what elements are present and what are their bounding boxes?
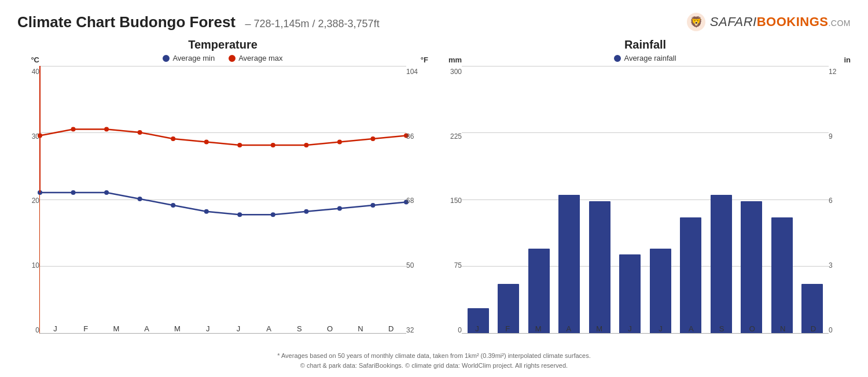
bar-wrap-8 (706, 66, 737, 333)
svg-point-5 (138, 130, 142, 135)
rainfall-y-left-unit: mm (448, 56, 462, 64)
temperature-plot: J F M A M J J A S O N D (39, 66, 406, 334)
bar-wrap-5 (615, 66, 646, 333)
legend-min-label: Average min (172, 54, 215, 62)
rx-label-j2: J (615, 324, 645, 333)
y-left-300: 300 (450, 68, 462, 75)
svg-point-6 (171, 136, 175, 141)
y-left-150: 150 (450, 197, 462, 204)
svg-point-16 (104, 190, 109, 195)
logo-icon: 🦁 (686, 12, 707, 32)
y-right-6: 6 (829, 197, 833, 204)
svg-point-11 (337, 139, 342, 144)
y-right-3: 3 (829, 262, 833, 269)
x-label-d: D (376, 324, 406, 333)
svg-point-3 (71, 127, 76, 132)
bar-wrap-2 (524, 66, 554, 333)
rx-label-m1: M (523, 324, 554, 333)
x-label-m1: M (101, 324, 132, 333)
rx-label-m2: M (584, 324, 615, 333)
legend-max: Average max (229, 54, 282, 62)
rainfall-y-right-unit: in (844, 56, 851, 64)
y-left-75: 75 (454, 262, 462, 269)
y-left-0r: 0 (458, 327, 462, 334)
bar-wrap-9 (737, 66, 767, 333)
rx-label-a1: A (553, 324, 584, 333)
logo-safari: SAFARI (710, 14, 757, 29)
rx-label-d: D (798, 324, 829, 333)
rainfall-plot: J F M A M J J A S O N D (462, 66, 829, 334)
bar-wrap-11 (797, 66, 828, 333)
y-left-225: 225 (450, 133, 462, 140)
header-title-area: Climate Chart Budongo Forest – 728-1,145… (17, 13, 380, 31)
legend-min: Average min (163, 54, 215, 62)
charts-row: Temperature Average min Average max °C 4… (17, 38, 851, 348)
rainfall-chart-panel: Rainfall Average rainfall mm 300 225 150… (440, 38, 851, 348)
bar-wrap-0 (463, 66, 494, 333)
rainfall-bars (462, 66, 829, 333)
svg-point-12 (370, 136, 375, 141)
svg-point-10 (304, 143, 308, 147)
temperature-y-right-unit: °F (421, 56, 428, 64)
logo-area: 🦁 SAFARIBOOKINGS.COM (686, 12, 851, 32)
footer-notes: * Averages based on 50 years of monthly … (17, 351, 851, 371)
bar-wrap-1 (494, 66, 524, 333)
bar-9 (741, 201, 762, 333)
svg-point-7 (204, 139, 209, 144)
y-right-50: 50 (406, 262, 414, 269)
svg-point-9 (271, 143, 275, 147)
temperature-chart-title: Temperature (17, 38, 428, 51)
bar-wrap-10 (767, 66, 797, 333)
svg-text:🦁: 🦁 (690, 16, 703, 28)
x-label-n: N (345, 324, 376, 333)
x-label-m2: M (162, 324, 193, 333)
page-wrapper: Climate Chart Budongo Forest – 728-1,145… (0, 0, 868, 377)
x-label-j3: J (223, 324, 254, 333)
x-label-j2: J (193, 324, 223, 333)
temperature-chart-panel: Temperature Average min Average max °C 4… (17, 38, 428, 348)
legend-max-label: Average max (238, 54, 282, 62)
temperature-y-left: °C 40 30 20 10 0 (17, 66, 39, 348)
rainfall-legend-label: Average rainfall (624, 54, 676, 62)
page-title: Climate Chart Budongo Forest (17, 13, 236, 31)
temperature-x-labels: J F M A M J J A S O N D (40, 319, 406, 333)
x-label-o: O (315, 324, 345, 333)
rx-label-j1: J (462, 324, 492, 333)
y-left-0: 0 (35, 327, 39, 334)
y-right-0r: 0 (829, 327, 833, 334)
svg-point-15 (71, 190, 76, 195)
x-label-s: S (284, 324, 315, 333)
rainfall-legend-item: Average rainfall (614, 54, 676, 62)
svg-point-23 (337, 206, 342, 210)
rainfall-legend: Average rainfall (440, 54, 851, 62)
temperature-svg (40, 66, 406, 333)
y-left-10: 10 (32, 262, 39, 269)
rainfall-legend-dot (614, 55, 621, 62)
x-label-a1: A (131, 324, 162, 333)
rx-label-f: F (492, 324, 523, 333)
rainfall-y-left: mm 300 225 150 75 0 (440, 66, 462, 348)
y-left-40: 40 (32, 68, 39, 75)
temperature-legend: Average min Average max (17, 54, 428, 62)
temperature-y-right: °F 104 86 68 50 32 (406, 66, 428, 348)
svg-point-8 (237, 143, 242, 147)
rainfall-y-right: in 12 9 6 3 0 (829, 66, 851, 348)
y-right-104: 104 (406, 68, 418, 75)
bar-8 (711, 195, 732, 333)
rx-label-o: O (737, 324, 767, 333)
bar-4 (589, 201, 610, 333)
footer-line2: © chart & park data: SafariBookings. © c… (17, 361, 851, 371)
logo-bookings: BOOKINGS (757, 14, 829, 29)
svg-point-19 (204, 209, 209, 214)
y-right-32: 32 (406, 327, 414, 334)
rx-label-j3: J (645, 324, 676, 333)
y-right-86: 86 (406, 133, 414, 140)
x-label-j1: J (40, 324, 71, 333)
bar-7 (680, 217, 701, 333)
rx-label-n: N (767, 324, 798, 333)
svg-point-20 (237, 212, 242, 217)
bar-10 (771, 217, 793, 333)
rx-label-a2: A (676, 324, 707, 333)
svg-point-22 (304, 209, 308, 214)
legend-max-dot (229, 55, 236, 62)
